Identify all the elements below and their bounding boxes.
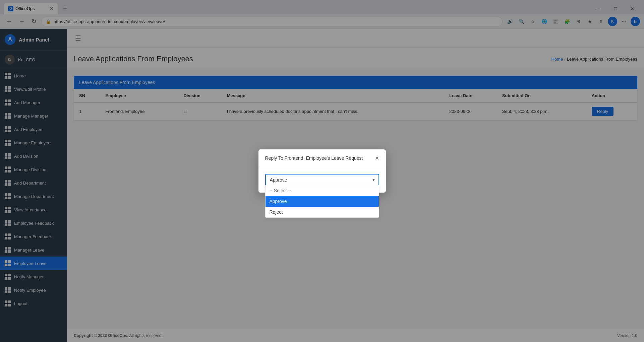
modal-title: Reply To Frontend, Employee's Leave Requ… bbox=[265, 155, 363, 161]
modal-close-button[interactable]: × bbox=[375, 155, 379, 161]
dropdown-item-select[interactable]: -- Select -- bbox=[266, 185, 379, 196]
reply-select[interactable]: -- Select --ApproveReject bbox=[265, 174, 379, 186]
select-wrapper: -- Select --ApproveReject ▼ -- Select --… bbox=[265, 174, 379, 186]
modal-header: Reply To Frontend, Employee's Leave Requ… bbox=[258, 149, 386, 167]
dropdown-item-approve[interactable]: Approve bbox=[266, 196, 379, 207]
reply-modal: Reply To Frontend, Employee's Leave Requ… bbox=[258, 149, 386, 193]
dropdown-item-reject[interactable]: Reject bbox=[266, 207, 379, 217]
dropdown-list: -- Select --ApproveReject bbox=[265, 185, 379, 218]
modal-body: -- Select --ApproveReject ▼ -- Select --… bbox=[258, 167, 386, 193]
modal-overlay[interactable]: Reply To Frontend, Employee's Leave Requ… bbox=[0, 0, 644, 342]
